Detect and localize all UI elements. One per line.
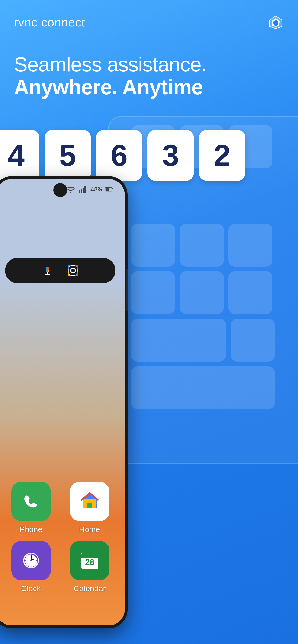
svg-rect-18 [87, 502, 92, 508]
svg-rect-35 [81, 556, 98, 558]
svg-point-15 [71, 268, 75, 273]
svg-rect-6 [81, 189, 82, 193]
clock-app[interactable]: Clock [5, 541, 57, 593]
svg-rect-8 [84, 186, 86, 193]
svg-point-4 [70, 192, 72, 193]
calendar-app[interactable]: 28 Calendar [64, 541, 116, 593]
google-search-bar[interactable] [5, 258, 116, 283]
number-keys-strip: 4 5 6 3 2 [0, 130, 245, 181]
clock-app-label: Clock [21, 584, 41, 593]
realvnc-icon [268, 14, 284, 30]
svg-rect-37 [92, 552, 94, 555]
svg-rect-36 [86, 552, 88, 555]
bg-key [131, 366, 275, 409]
app-dock: Phone [0, 477, 120, 598]
calendar-app-label: Calendar [74, 584, 106, 593]
phone-app[interactable]: Phone [5, 482, 57, 534]
home-app-label: Home [79, 525, 100, 534]
calendar-app-icon[interactable]: 28 [70, 541, 110, 580]
key-5: 5 [44, 130, 91, 181]
svg-point-24 [30, 560, 32, 562]
bg-key [180, 271, 224, 314]
svg-rect-10 [106, 188, 110, 191]
signal-icon [79, 186, 87, 193]
bg-key [228, 224, 272, 266]
wifi-icon [66, 186, 76, 193]
svg-text:28: 28 [85, 558, 94, 567]
google-lens-icon[interactable] [65, 262, 81, 279]
home-app-icon[interactable] [70, 482, 110, 521]
google-mic-icon[interactable] [40, 262, 56, 279]
camera-notch [53, 183, 67, 197]
home-app[interactable]: Home [64, 482, 116, 534]
bg-key [231, 319, 275, 362]
page-container: RVnc connect Seamless assistance. Anywhe… [0, 0, 298, 644]
phone-app-label: Phone [20, 525, 42, 534]
battery-icon [105, 187, 113, 192]
phone-screen: 48% [0, 179, 125, 626]
logo-text: RVnc connect [14, 16, 85, 29]
key-4: 4 [0, 130, 40, 181]
logo: RVnc connect [14, 15, 85, 29]
tagline-line1: Seamless assistance. [14, 53, 284, 76]
key-2: 2 [199, 130, 245, 181]
phone-app-icon[interactable] [11, 482, 51, 521]
key-6: 6 [96, 130, 142, 181]
phone-mockup: 48% [0, 176, 151, 640]
bg-key [180, 224, 224, 266]
tagline-line2: Anywhere. Anytime [14, 76, 284, 99]
key-3: 3 [148, 130, 194, 181]
bg-key [228, 271, 272, 314]
svg-rect-7 [82, 188, 84, 193]
header: RVnc connect [14, 14, 284, 30]
svg-rect-5 [79, 190, 80, 193]
tagline: Seamless assistance. Anywhere. Anytime [14, 53, 284, 99]
clock-app-icon[interactable] [11, 541, 51, 580]
svg-rect-14 [68, 266, 78, 276]
phone-body: 48% [0, 176, 128, 628]
battery-indicator: 48% [90, 186, 113, 193]
power-button[interactable] [126, 269, 128, 311]
